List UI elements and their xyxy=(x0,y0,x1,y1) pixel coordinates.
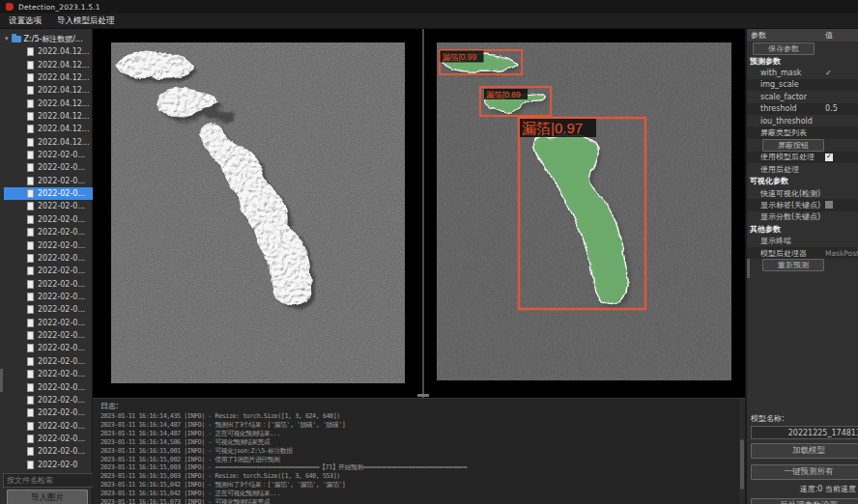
mask-button-button[interactable]: 屏蔽按钮 xyxy=(762,139,824,152)
menubar: 设置选项 导入模型后处理 xyxy=(0,14,858,29)
file-icon xyxy=(27,280,34,289)
tree-item[interactable]: 2022.04.12... xyxy=(4,84,93,97)
param-label-threshold: threshold xyxy=(747,104,797,113)
original-image xyxy=(111,42,405,383)
tree-item[interactable]: 2022-02-0... xyxy=(4,252,93,265)
tree-item[interactable]: 2022-02-0... xyxy=(4,291,93,303)
predict-all-button[interactable]: 一键预测所有 xyxy=(751,464,858,480)
svg-text:漏箔|0.99: 漏箔|0.99 xyxy=(443,52,477,62)
label-detection-1: 漏箔|0.99 xyxy=(441,51,484,63)
tree-item[interactable]: 2022-02-0... xyxy=(4,355,93,368)
tree-item[interactable]: 2022-02-0... xyxy=(4,317,93,329)
log-line: 2023-01-11 16:16:15,002 |INFO| - 使用了1张图片… xyxy=(100,456,745,464)
use-model-postprocess-checkbox[interactable]: ✓ xyxy=(825,154,833,161)
param-row-fast-visualize-detect[interactable]: 快速可视化(检测) xyxy=(747,187,858,199)
file-icon xyxy=(27,254,34,263)
file-icon xyxy=(27,112,34,121)
param-row-with-mask[interactable]: with_mask✓ xyxy=(747,67,858,78)
params-scrollbar[interactable] xyxy=(747,259,750,278)
label-detection-3: 漏箔|0.97 xyxy=(520,119,596,137)
tree-item[interactable]: 2022-02-0... xyxy=(4,265,93,277)
tree-item[interactable]: 2022-02-0... xyxy=(4,238,93,251)
tree-item[interactable]: 2022-02-0... xyxy=(4,161,93,174)
param-section-predict-params: 预测参数 xyxy=(747,55,858,67)
param-label-scale-factor: scale_factor xyxy=(747,93,807,101)
param-row-use-model-postprocess[interactable]: 使用模型后处理✓ xyxy=(747,152,858,163)
param-row-img-scale[interactable]: img_scale xyxy=(747,79,858,91)
tree-item[interactable]: 2022-02-0... xyxy=(4,277,93,290)
file-icon xyxy=(27,125,34,133)
tree-item[interactable]: 2022.04.12... xyxy=(4,97,93,109)
tree-item[interactable]: 2022.04.12... xyxy=(4,123,93,135)
app-icon xyxy=(6,3,14,11)
model-name-field[interactable]: 20221225_174813 xyxy=(751,426,858,439)
import-images-button[interactable]: 导入图片 xyxy=(7,490,88,504)
tree-item[interactable]: 2022.04.12... xyxy=(4,110,93,123)
tree-item[interactable]: 2022-02-0... xyxy=(4,303,93,316)
file-icon xyxy=(27,189,34,198)
log-line: 2023-01-11 16:16:14,435 |INFO| - Resize:… xyxy=(100,412,745,421)
window-title: Detection_2023.1.5.1 xyxy=(18,3,100,12)
original-image-viewport[interactable] xyxy=(111,42,405,383)
file-icon xyxy=(27,99,34,108)
param-row-mask-type-list[interactable]: 屏蔽类型列表 xyxy=(747,126,858,138)
tree-item[interactable]: 2022-02-0... xyxy=(4,368,93,380)
tree-item[interactable]: 2022-02-0... xyxy=(4,406,93,419)
save-params-button[interactable]: 保存参数 xyxy=(753,42,815,55)
prediction-image-viewport[interactable]: 漏箔|0.99 漏箔|0.89 漏箔|0.97 xyxy=(437,42,731,380)
tree-item[interactable]: 2022-02-0... xyxy=(4,394,93,406)
tree-item-label: 2022-02-0... xyxy=(38,254,85,263)
tree-item[interactable]: 2022-02-0... xyxy=(4,200,93,212)
param-row-scale-factor[interactable]: scale_factor xyxy=(747,91,858,102)
param-row-use-postprocess[interactable]: 使用后处理 xyxy=(747,163,858,175)
tree-item[interactable]: 2022-02-0... xyxy=(4,175,93,187)
tree-root-folder[interactable]: ▾ Z:/5-标注数据/... xyxy=(0,32,93,45)
param-row-show-scores-keypoint[interactable]: 显示分数(关键点) xyxy=(747,211,858,223)
tree-item[interactable]: 2022-02-0 xyxy=(4,459,93,471)
tree-item[interactable]: 2022-02-0... xyxy=(4,342,93,354)
tree-item[interactable]: 2022-02-0... xyxy=(4,149,93,161)
param-value-threshold: 0.5 xyxy=(825,104,838,113)
tree-item[interactable]: 2022-02-0... xyxy=(4,187,93,200)
param-row-threshold[interactable]: threshold0.5 xyxy=(747,103,858,115)
viewer-splitter[interactable] xyxy=(422,29,424,398)
tree-item[interactable]: 2022-02-0... xyxy=(4,226,93,238)
menu-import-model-postprocess[interactable]: 导入模型后处理 xyxy=(57,15,115,27)
viewer-splitter-grip[interactable] xyxy=(417,394,429,397)
param-row-model-postprocessor[interactable]: 模型后处理器MaskPostPro xyxy=(747,247,858,259)
param-row-iou-threshold[interactable]: iou_threshold xyxy=(747,115,858,126)
menu-settings[interactable]: 设置选项 xyxy=(9,15,42,27)
param-label-iou-threshold: iou_threshold xyxy=(747,117,813,126)
tree-item[interactable]: 2022.04.12... xyxy=(4,136,93,149)
log-scrollbar[interactable] xyxy=(740,439,744,490)
tree-item[interactable]: 2022.04.12... xyxy=(4,71,93,84)
file-icon xyxy=(27,331,34,340)
tree-item[interactable]: 2022-02-0... xyxy=(4,445,93,458)
tree-item-label: 2022-02-0... xyxy=(38,344,85,352)
file-icon xyxy=(27,177,34,185)
tree-item[interactable]: 2022-02-0... xyxy=(4,329,93,342)
tree-item-label: 2022.04.12... xyxy=(38,61,89,70)
tree-item[interactable]: 2022.04.12... xyxy=(4,58,93,70)
sidebar-scrollbar[interactable] xyxy=(0,369,3,392)
show-labels-keypoint-checkbox[interactable] xyxy=(825,201,833,209)
tree-item[interactable]: 2022-02-0... xyxy=(4,433,93,445)
file-tree: ▾ Z:/5-标注数据/... 2022.04.12...2022.04.12.… xyxy=(0,29,93,471)
param-row-show-labels-keypoint[interactable]: 显示标签(关键点) xyxy=(747,199,858,210)
param-row-show-terminal[interactable]: 显示终端 xyxy=(747,235,858,246)
tree-item[interactable]: 2022-02-0... xyxy=(4,419,93,432)
re-predict-button[interactable]: 重新预测 xyxy=(762,259,824,271)
log-line: 2023-01-11 16:16:14,487 |INFO| - 预测出了3个结… xyxy=(100,421,745,430)
tree-item-label: 2022.04.12... xyxy=(38,112,89,121)
file-tree-items: 2022.04.12...2022.04.12...2022.04.12...2… xyxy=(0,45,93,471)
postprocess-settings-button[interactable]: 后处理参数设置 xyxy=(751,498,858,504)
log-line: 2023-01-11 16:16:15,042 |INFO| - 预测出了3个结… xyxy=(100,481,745,490)
load-model-button[interactable]: 加载模型 xyxy=(751,443,858,459)
tree-item-label: 2022-02-0... xyxy=(38,434,85,443)
tree-item[interactable]: 2022-02-0... xyxy=(4,380,93,393)
tree-item[interactable]: 2022-02-0... xyxy=(4,213,93,226)
tree-item-label: 2022.04.12... xyxy=(38,125,89,133)
search-input[interactable] xyxy=(3,473,96,488)
tree-item-label: 2022.04.12... xyxy=(38,47,89,56)
tree-item[interactable]: 2022.04.12... xyxy=(4,45,93,58)
